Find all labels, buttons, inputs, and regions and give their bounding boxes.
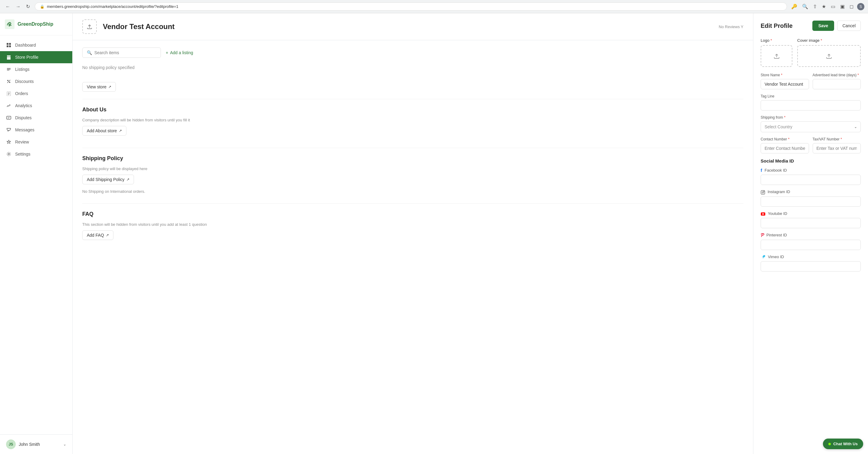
external-link-icon: ↗ — [126, 177, 129, 181]
forward-button[interactable]: → — [14, 3, 22, 10]
svg-point-9 — [8, 153, 10, 155]
shipping-from-group: Shipping from * Select Country ⌄ — [761, 115, 861, 132]
sidebar-item-orders[interactable]: Orders — [0, 87, 72, 100]
store-name-row: Store Name * Advertised lead time (days)… — [761, 73, 861, 89]
svg-point-12 — [764, 191, 764, 191]
external-link-icon: ↗ — [119, 129, 122, 133]
instagram-label: Instagram ID — [761, 189, 861, 195]
save-button[interactable]: Save — [812, 21, 834, 31]
sidebar-item-label: Review — [15, 140, 29, 144]
pinterest-label: 𝓟 Pinterest ID — [761, 232, 861, 238]
country-select[interactable]: Select Country — [761, 121, 861, 132]
sidebar-item-label: Disputes — [15, 115, 31, 120]
youtube-label: Youtube ID — [761, 211, 861, 216]
lead-time-input[interactable] — [813, 79, 861, 89]
sidebar-item-label: Store Profile — [15, 55, 38, 60]
dashboard-icon — [6, 42, 11, 48]
pinterest-icon: 𝓟 — [761, 232, 764, 238]
facebook-input[interactable] — [761, 175, 861, 185]
listings-icon — [6, 66, 11, 72]
svg-rect-10 — [761, 190, 765, 194]
about-us-title: About Us — [82, 107, 743, 113]
sidebar-item-discounts[interactable]: Discounts — [0, 75, 72, 87]
chat-label: Chat With Us — [833, 442, 858, 446]
add-shipping-policy-button[interactable]: Add Shipping Policy ↗ — [82, 175, 134, 184]
edit-profile-panel: Edit Profile Save Cancel Logo * — [753, 13, 868, 454]
review-icon — [6, 139, 11, 145]
profile-icon[interactable]: S — [857, 3, 864, 10]
vimeo-icon — [761, 254, 766, 259]
sidebar-item-settings[interactable]: Settings — [0, 148, 72, 160]
lead-time-group: Advertised lead time (days) * — [813, 73, 861, 89]
image-uploads: Logo * Cover image * — [761, 38, 861, 67]
cover-image-upload-area[interactable] — [797, 45, 861, 67]
chat-widget[interactable]: Chat With Us — [823, 438, 863, 449]
key-icon: 🔑 — [790, 2, 799, 10]
contact-number-group: Contact Number * — [761, 137, 809, 153]
tag-line-input[interactable] — [761, 100, 861, 111]
star-icon: ★ — [820, 2, 827, 10]
url-text: members.greendropship.com/marketplace/ac… — [47, 4, 782, 9]
refresh-button[interactable]: ↻ — [24, 2, 32, 10]
sidebar-item-dashboard[interactable]: Dashboard — [0, 39, 72, 51]
store-profile-icon — [6, 55, 11, 60]
panel-title: Edit Profile — [761, 22, 793, 29]
sidebar-item-analytics[interactable]: Analytics — [0, 100, 72, 112]
view-store-label: View store — [87, 84, 106, 89]
plus-icon: + — [166, 50, 168, 55]
svg-point-11 — [762, 192, 764, 193]
shipping-policy-description: Shipping policy will be displayed here — [82, 167, 743, 171]
address-bar[interactable]: 🔒 members.greendropship.com/marketplace/… — [35, 2, 787, 10]
instagram-input[interactable] — [761, 196, 861, 207]
pinterest-field: 𝓟 Pinterest ID — [761, 232, 861, 250]
back-button[interactable]: ← — [4, 3, 12, 10]
sidebar-item-listings[interactable]: Listings — [0, 63, 72, 75]
youtube-field: Youtube ID — [761, 211, 861, 228]
chat-online-dot — [828, 443, 831, 445]
facebook-label: f Facebook ID — [761, 168, 861, 173]
logo-upload-area[interactable] — [761, 45, 793, 67]
discounts-icon — [6, 79, 11, 84]
lock-icon: 🔒 — [40, 4, 44, 9]
analytics-icon — [6, 103, 11, 108]
sidebar-item-review[interactable]: Review — [0, 136, 72, 148]
svg-point-6 — [9, 82, 10, 83]
vimeo-input[interactable] — [761, 261, 861, 272]
user-name: John Smith — [19, 442, 60, 447]
svg-rect-2 — [9, 43, 11, 45]
cover-image-label: Cover image * — [797, 38, 861, 43]
sidebar-item-store-profile[interactable]: Store Profile — [0, 51, 72, 63]
user-profile-footer[interactable]: JS John Smith ⌄ — [0, 434, 72, 454]
cover-image-upload-section: Cover image * — [797, 38, 861, 67]
search-icon: 🔍 — [87, 50, 92, 55]
sidebar-item-label: Dashboard — [15, 43, 36, 48]
svg-rect-1 — [7, 43, 8, 45]
sidebar-item-messages[interactable]: Messages — [0, 124, 72, 136]
pinterest-input[interactable] — [761, 240, 861, 250]
add-faq-button[interactable]: Add FAQ ↗ — [82, 230, 114, 240]
youtube-input[interactable] — [761, 218, 861, 228]
store-name-input[interactable] — [761, 79, 809, 89]
contact-number-label: Contact Number * — [761, 137, 809, 141]
add-listing-button[interactable]: + Add a listing — [166, 50, 193, 55]
instagram-icon — [761, 189, 765, 195]
no-shipping-notice: No shipping policy specified — [82, 65, 743, 75]
store-logo-upload[interactable] — [82, 19, 97, 34]
cancel-button[interactable]: Cancel — [837, 21, 861, 31]
view-store-button[interactable]: View store ↗ — [82, 82, 116, 92]
contact-number-input[interactable] — [761, 143, 809, 153]
panel-header: Edit Profile Save Cancel — [761, 21, 861, 31]
add-listing-label: Add a listing — [170, 50, 193, 55]
faq-section: FAQ This section will be hidden from vis… — [82, 203, 743, 243]
add-about-store-button[interactable]: Add About store ↗ — [82, 126, 126, 136]
tablet-icon: ▭ — [830, 2, 837, 10]
messages-icon — [6, 127, 11, 133]
search-box[interactable]: 🔍 — [82, 48, 161, 58]
lead-time-label: Advertised lead time (days) * — [813, 73, 861, 77]
vimeo-label: Vimeo ID — [761, 254, 861, 259]
puzzle-icon: ▣ — [839, 2, 846, 10]
tax-vat-input[interactable] — [813, 143, 861, 153]
social-media-title: Social Media ID — [761, 158, 861, 164]
search-input[interactable] — [94, 50, 147, 55]
sidebar-item-disputes[interactable]: Disputes — [0, 112, 72, 124]
